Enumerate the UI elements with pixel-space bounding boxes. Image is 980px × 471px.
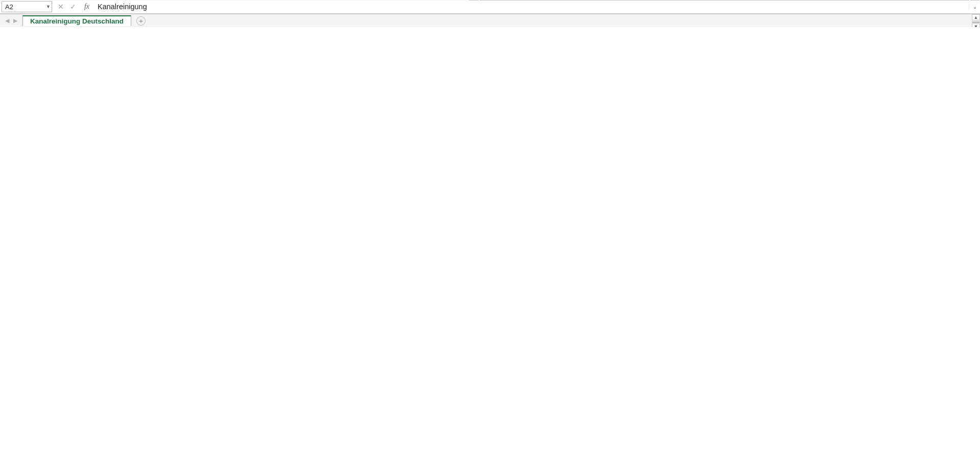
scroll-thumb[interactable] bbox=[972, 22, 979, 23]
scroll-left-icon[interactable]: ◀ bbox=[469, 0, 479, 1]
sheet-tab-active[interactable]: Kanalreinigung Deutschland bbox=[22, 15, 131, 26]
scroll-up-icon[interactable]: ▲ bbox=[972, 14, 980, 20]
scroll-track[interactable] bbox=[972, 21, 980, 22]
scroll-down-icon[interactable]: ▼ bbox=[972, 23, 980, 27]
name-box[interactable]: A2 ▼ bbox=[2, 1, 52, 12]
scroll-right-icon[interactable]: ▶ bbox=[970, 0, 979, 1]
tab-nav-next-icon[interactable]: ▶ bbox=[11, 17, 19, 24]
fx-icon[interactable]: fx bbox=[79, 3, 94, 11]
enter-icon bbox=[67, 1, 79, 12]
formula-input[interactable]: Kanalreinigung bbox=[94, 3, 969, 11]
tab-nav-prev-icon[interactable]: ◀ bbox=[3, 17, 11, 24]
cell-reference: A2 bbox=[5, 3, 13, 11]
formula-bar: A2 ▼ fx Kanalreinigung ⌄ bbox=[0, 0, 980, 14]
horizontal-scrollbar[interactable]: ⋮ ◀ ▶ bbox=[0, 0, 980, 1]
cancel-icon bbox=[55, 1, 67, 12]
scroll-track[interactable] bbox=[480, 0, 970, 1]
chevron-down-icon[interactable]: ▼ bbox=[46, 4, 51, 9]
expand-formula-bar-icon[interactable]: ⌄ bbox=[969, 4, 980, 10]
sheet-tab-bar: ◀ ▶ Kanalreinigung Deutschland + bbox=[0, 14, 980, 27]
new-sheet-icon[interactable]: + bbox=[136, 16, 146, 26]
